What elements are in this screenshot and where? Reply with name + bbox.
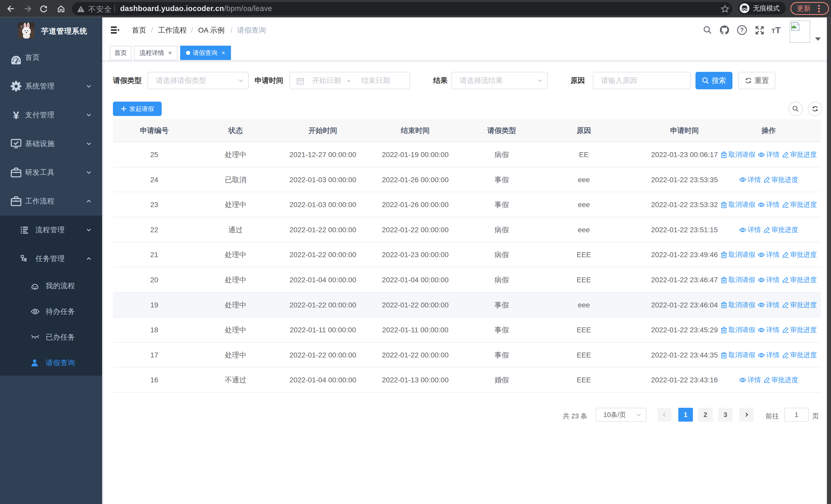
svg-text:?: ? (740, 27, 744, 33)
svg-text:¥: ¥ (13, 110, 19, 120)
svg-text:T: T (775, 26, 781, 34)
svg-text:T: T (771, 27, 775, 34)
